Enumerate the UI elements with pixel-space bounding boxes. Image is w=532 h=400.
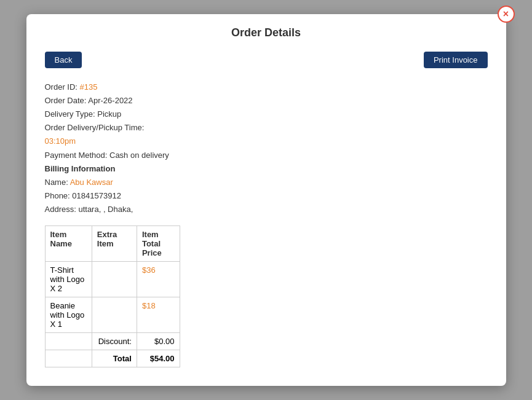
order-date-row: Order Date: Apr-26-2022 — [45, 94, 488, 108]
discount-label: Discount: — [92, 332, 137, 350]
delivery-time-row: Order Delivery/Pickup Time: — [45, 121, 488, 135]
close-button[interactable]: × — [498, 6, 515, 23]
delivery-type-label: Delivery Type: — [45, 109, 98, 119]
order-id-label: Order ID: — [45, 82, 80, 92]
item-name-2: Beanie with Logo X 1 — [45, 297, 92, 332]
delivery-time-value-row: 03:10pm — [45, 135, 488, 148]
billing-phone-label: Phone: — [45, 191, 73, 200]
order-id-value: #135 — [80, 82, 98, 92]
billing-phone-row: Phone: 01841573912 — [45, 189, 488, 203]
billing-name-label: Name: — [45, 178, 70, 187]
order-id-row: Order ID: #135 — [45, 80, 488, 94]
payment-row: Payment Method: Cash on delivery — [45, 149, 488, 162]
back-button[interactable]: Back — [45, 52, 82, 68]
modal: × Order Details Back Print Invoice Order… — [26, 14, 506, 386]
total-row: Total $54.00 — [45, 350, 180, 367]
col-item-name: Item Name — [45, 225, 92, 261]
item-price-1: $36 — [137, 261, 180, 297]
overlay: × Order Details Back Print Invoice Order… — [0, 0, 532, 400]
order-table: Item Name Extra Item Item Total Price T-… — [45, 225, 180, 367]
order-date-label: Order Date: — [45, 96, 89, 105]
billing-address-row: Address: uttara, , Dhaka, — [45, 203, 488, 216]
total-value: $54.00 — [137, 350, 180, 367]
order-info: Order ID: #135 Order Date: Apr-26-2022 D… — [45, 80, 488, 216]
col-item-total-price: Item Total Price — [137, 225, 180, 261]
billing-title: Billing Information — [45, 164, 116, 173]
table-row: Beanie with Logo X 1 $18 — [45, 297, 180, 332]
billing-name-value: Abu Kawsar — [70, 178, 113, 187]
billing-title-row: Billing Information — [45, 162, 488, 176]
billing-phone-value: 01841573912 — [72, 191, 121, 200]
table-row: T-Shirt with Logo X 2 $36 — [45, 261, 180, 297]
item-name-1: T-Shirt with Logo X 2 — [45, 261, 92, 297]
order-date-value: Apr-26-2022 — [88, 96, 132, 105]
discount-row: Discount: $0.00 — [45, 332, 180, 350]
modal-title: Order Details — [45, 26, 488, 42]
delivery-time-label: Order Delivery/Pickup Time: — [45, 123, 145, 132]
payment-value: Cash on delivery — [109, 151, 169, 160]
billing-address-label: Address: — [45, 205, 79, 214]
extra-item-1 — [92, 261, 137, 297]
extra-item-2 — [92, 297, 137, 332]
discount-value: $0.00 — [137, 332, 180, 350]
discount-empty-1 — [45, 332, 92, 350]
total-label: Total — [92, 350, 137, 367]
delivery-type-row: Delivery Type: Pickup — [45, 108, 488, 121]
delivery-time-value: 03:10pm — [45, 136, 76, 146]
modal-actions: Back Print Invoice — [45, 52, 488, 68]
delivery-type-value: Pickup — [97, 109, 121, 119]
billing-address-value: uttara, , Dhaka, — [78, 205, 133, 214]
item-price-2: $18 — [137, 297, 180, 332]
total-empty-1 — [45, 350, 92, 367]
print-invoice-button[interactable]: Print Invoice — [424, 52, 488, 68]
table-header-row: Item Name Extra Item Item Total Price — [45, 225, 180, 261]
payment-label: Payment Method: — [45, 151, 110, 160]
col-extra-item: Extra Item — [92, 225, 137, 261]
billing-name-row: Name: Abu Kawsar — [45, 176, 488, 189]
